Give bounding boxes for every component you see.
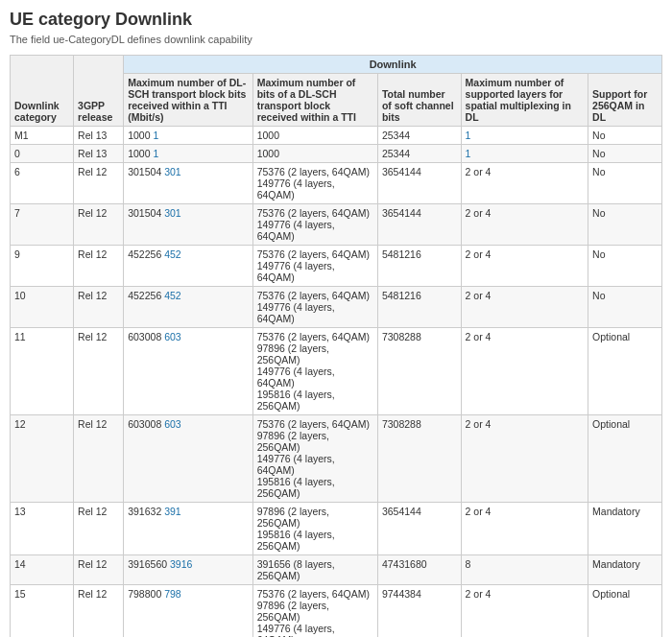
ue-category-table: Downlink category 3GPP release Downlink … — [10, 55, 662, 637]
cell-qam: Optional — [588, 585, 662, 638]
cell-category: 10 — [11, 287, 74, 328]
cell-transport: 75376 (2 layers, 64QAM)97896 (2 layers, … — [252, 415, 377, 503]
cell-qam: Optional — [588, 328, 662, 415]
table-row: 13Rel 12391632 39197896 (2 layers, 256QA… — [11, 503, 662, 555]
cell-category: 14 — [11, 555, 74, 585]
cell-layers: 2 or 4 — [461, 287, 588, 328]
cell-transport: 97896 (2 layers, 256QAM)195816 (4 layers… — [252, 503, 377, 555]
cell-release: Rel 12 — [74, 246, 124, 287]
table-row: 14Rel 123916560 3916391656 (8 layers, 25… — [11, 555, 662, 585]
cell-layers: 2 or 4 — [461, 204, 588, 246]
col-header-max-bits: Maximum number of DL-SCH transport block… — [124, 74, 252, 127]
cell-release: Rel 12 — [74, 415, 124, 503]
page-subtitle: The field ue-CategoryDL defines downlink… — [10, 34, 662, 45]
cell-max-bits: 452256 452 — [124, 287, 252, 328]
table-row: 10Rel 12452256 45275376 (2 layers, 64QAM… — [11, 287, 662, 328]
cell-category: M1 — [11, 127, 74, 145]
layers-link[interactable]: 1 — [466, 148, 471, 159]
cell-max-bits: 603008 603 — [124, 328, 252, 415]
page-title: UE category Downlink — [10, 10, 662, 30]
cell-max-bits: 798800 798 — [124, 585, 252, 638]
max-bits-link[interactable]: 301 — [164, 166, 181, 177]
cell-max-bits: 603008 603 — [124, 415, 252, 503]
cell-qam: No — [588, 287, 662, 328]
cell-category: 11 — [11, 328, 74, 415]
cell-release: Rel 13 — [74, 145, 124, 163]
max-bits-link[interactable]: 301 — [164, 207, 181, 219]
cell-transport: 75376 (2 layers, 64QAM)149776 (4 layers,… — [252, 287, 377, 328]
cell-soft-bits: 47431680 — [377, 555, 461, 585]
cell-transport: 391656 (8 layers, 256QAM) — [252, 555, 377, 585]
cell-layers: 8 — [461, 555, 588, 585]
col-header-layers: Maximum number of supported layers for s… — [461, 74, 588, 127]
max-bits-link[interactable]: 3916 — [170, 558, 192, 570]
col-header-qam: Support for 256QAM in DL — [588, 74, 662, 127]
cell-transport: 75376 (2 layers, 64QAM)149776 (4 layers,… — [252, 204, 377, 246]
cell-qam: No — [588, 163, 662, 204]
cell-release: Rel 12 — [74, 163, 124, 204]
col-header-release: 3GPP release — [74, 56, 124, 127]
cell-qam: No — [588, 127, 662, 145]
table-row: 6Rel 12301504 30175376 (2 layers, 64QAM)… — [11, 163, 662, 204]
max-bits-link[interactable]: 603 — [164, 331, 181, 342]
cell-release: Rel 13 — [74, 127, 124, 145]
cell-soft-bits: 9744384 — [377, 585, 461, 638]
cell-max-bits: 301504 301 — [124, 163, 252, 204]
table-row: 0Rel 131000 11000253441No — [11, 145, 662, 163]
cell-transport: 1000 — [252, 145, 377, 163]
cell-transport: 75376 (2 layers, 64QAM)97896 (2 layers, … — [252, 585, 377, 638]
cell-soft-bits: 3654144 — [377, 204, 461, 246]
max-bits-link[interactable]: 391 — [164, 506, 181, 517]
cell-qam: No — [588, 145, 662, 163]
cell-transport: 75376 (2 layers, 64QAM)149776 (4 layers,… — [252, 246, 377, 287]
table-row: 9Rel 12452256 45275376 (2 layers, 64QAM)… — [11, 246, 662, 287]
cell-layers: 1 — [461, 145, 588, 163]
max-bits-link[interactable]: 452 — [164, 248, 181, 260]
cell-release: Rel 12 — [74, 287, 124, 328]
cell-max-bits: 301504 301 — [124, 204, 252, 246]
table-row: 7Rel 12301504 30175376 (2 layers, 64QAM)… — [11, 204, 662, 246]
cell-release: Rel 12 — [74, 204, 124, 246]
table-row: 15Rel 12798800 79875376 (2 layers, 64QAM… — [11, 585, 662, 638]
cell-max-bits: 1000 1 — [124, 127, 252, 145]
cell-layers: 2 or 4 — [461, 415, 588, 503]
cell-layers: 2 or 4 — [461, 503, 588, 555]
cell-layers: 2 or 4 — [461, 328, 588, 415]
cell-release: Rel 12 — [74, 328, 124, 415]
cell-transport: 1000 — [252, 127, 377, 145]
layers-link[interactable]: 1 — [466, 130, 471, 141]
cell-release: Rel 12 — [74, 555, 124, 585]
cell-max-bits: 1000 1 — [124, 145, 252, 163]
cell-soft-bits: 25344 — [377, 127, 461, 145]
cell-transport: 75376 (2 layers, 64QAM)149776 (4 layers,… — [252, 163, 377, 204]
cell-soft-bits: 7308288 — [377, 328, 461, 415]
cell-release: Rel 12 — [74, 503, 124, 555]
col-header-transport: Maximum number of bits of a DL-SCH trans… — [252, 74, 377, 127]
col-header-soft-bits: Total number of soft channel bits — [377, 74, 461, 127]
cell-category: 7 — [11, 204, 74, 246]
cell-category: 9 — [11, 246, 74, 287]
cell-layers: 2 or 4 — [461, 246, 588, 287]
col-header-category: Downlink category — [11, 56, 74, 127]
cell-layers: 2 or 4 — [461, 585, 588, 638]
max-bits-link[interactable]: 1 — [153, 130, 158, 141]
cell-soft-bits: 7308288 — [377, 415, 461, 503]
cell-category: 15 — [11, 585, 74, 638]
cell-layers: 1 — [461, 127, 588, 145]
table-row: M1Rel 131000 11000253441No — [11, 127, 662, 145]
cell-release: Rel 12 — [74, 585, 124, 638]
max-bits-link[interactable]: 452 — [164, 290, 181, 301]
cell-category: 6 — [11, 163, 74, 204]
cell-qam: Optional — [588, 415, 662, 503]
cell-max-bits: 3916560 3916 — [124, 555, 252, 585]
group-header-downlink: Downlink — [124, 56, 662, 74]
max-bits-link[interactable]: 798 — [164, 588, 181, 600]
cell-soft-bits: 5481216 — [377, 287, 461, 328]
max-bits-link[interactable]: 1 — [153, 148, 158, 159]
cell-layers: 2 or 4 — [461, 163, 588, 204]
table-row: 12Rel 12603008 60375376 (2 layers, 64QAM… — [11, 415, 662, 503]
cell-category: 0 — [11, 145, 74, 163]
cell-category: 13 — [11, 503, 74, 555]
max-bits-link[interactable]: 603 — [164, 418, 181, 430]
cell-qam: Mandatory — [588, 503, 662, 555]
